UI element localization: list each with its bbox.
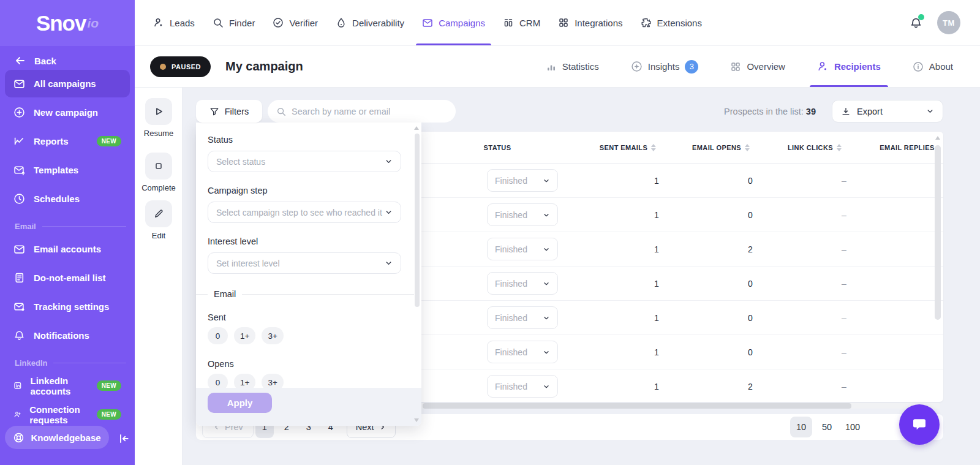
interest-level-filter-label: Interest level xyxy=(208,236,258,246)
sidebar-item-label: Email accounts xyxy=(34,244,101,254)
user-avatar[interactable]: TM xyxy=(937,11,960,34)
sidebar: Snov io Back All campaigns New campaign … xyxy=(0,0,135,465)
chevron-down-icon xyxy=(385,208,393,216)
notification-dot xyxy=(918,14,924,20)
sidebar-item-reports[interactable]: Reports NEW xyxy=(5,127,130,155)
sent-emails-value: 1 xyxy=(654,210,659,220)
filters-panel-scrollbar[interactable] xyxy=(415,134,420,307)
vertical-scrollbar[interactable] xyxy=(935,145,941,320)
edit-button[interactable] xyxy=(145,200,172,227)
nav-item-verifier[interactable]: Verifier xyxy=(273,0,318,45)
status-dropdown[interactable]: Finished xyxy=(487,203,558,226)
sidebar-item-email-accounts[interactable]: Email accounts xyxy=(5,235,130,263)
apply-filters-button[interactable]: Apply xyxy=(208,393,272,413)
column-header-email-opens: EMAIL OPENS xyxy=(692,144,750,151)
live-chat-button[interactable] xyxy=(899,404,940,445)
back-button[interactable]: Back xyxy=(0,46,135,69)
sent-emails-value: 1 xyxy=(654,347,659,357)
status-filter-select[interactable]: Select status xyxy=(208,151,401,172)
sidebar-item-do-not-email[interactable]: Do-not-email list xyxy=(5,264,130,292)
sidebar-item-notifications[interactable]: Notifications xyxy=(5,322,130,349)
nav-item-crm[interactable]: CRM xyxy=(503,0,540,45)
email-opens-value: 0 xyxy=(748,176,753,186)
link-clicks-value: – xyxy=(842,347,846,357)
campaign-status-badge[interactable]: PAUSED xyxy=(150,56,211,77)
status-dropdown[interactable]: Finished xyxy=(487,306,558,329)
sent-chip-1plus[interactable]: 1+ xyxy=(234,327,255,344)
notifications-bell-button[interactable] xyxy=(910,17,922,29)
arrow-left-icon xyxy=(15,55,26,66)
filters-button[interactable]: Filters xyxy=(196,100,262,123)
nav-label: CRM xyxy=(519,18,540,28)
tab-insights[interactable]: Insights 3 xyxy=(631,46,699,87)
sent-chip-0[interactable]: 0 xyxy=(208,327,228,344)
export-label: Export xyxy=(857,107,883,116)
column-header-sent-emails: SENT EMAILS xyxy=(600,144,656,151)
nav-item-leads[interactable]: Leads xyxy=(153,0,195,45)
collapse-icon xyxy=(118,433,130,445)
document-list-icon xyxy=(13,272,25,284)
status-dropdown[interactable]: Finished xyxy=(487,238,558,260)
sidebar-item-tracking-settings[interactable]: Tracking settings xyxy=(5,293,130,320)
campaign-step-filter-select[interactable]: Select campaign step to see who reached … xyxy=(208,202,401,223)
info-icon xyxy=(913,61,924,72)
status-dropdown[interactable]: Finished xyxy=(487,341,558,363)
tab-statistics[interactable]: Statistics xyxy=(546,46,599,87)
page-size-10[interactable]: 10 xyxy=(790,417,812,437)
interest-level-filter-select[interactable]: Set interest level xyxy=(208,252,401,274)
filters-panel: Status Select status Campaign step Selec… xyxy=(196,123,421,426)
play-icon xyxy=(153,105,165,118)
chevron-down-icon xyxy=(543,383,550,390)
sparkle-circle-icon xyxy=(631,61,643,72)
status-dropdown[interactable]: Finished xyxy=(487,375,558,398)
status-dropdown[interactable]: Finished xyxy=(487,169,558,192)
collapse-sidebar-button[interactable] xyxy=(118,433,130,445)
sent-filter-label: Sent xyxy=(208,312,226,322)
scroll-down-arrow[interactable] xyxy=(414,418,419,422)
sidebar-item-all-campaigns[interactable]: All campaigns xyxy=(5,70,130,97)
complete-button[interactable] xyxy=(145,153,172,180)
knowledgebase-button[interactable]: Knowledgebase xyxy=(5,426,109,449)
search-icon xyxy=(213,17,224,28)
snovio-logo[interactable]: Snov io xyxy=(0,0,135,46)
new-badge: NEW xyxy=(97,136,121,146)
knowledgebase-label: Knowledgebase xyxy=(31,433,100,443)
resume-button[interactable] xyxy=(145,98,172,125)
page-size-50[interactable]: 50 xyxy=(816,417,838,437)
nav-item-finder[interactable]: Finder xyxy=(213,0,255,45)
scroll-up-arrow[interactable] xyxy=(935,136,940,140)
sort-control[interactable] xyxy=(837,144,842,151)
horizontal-scrollbar[interactable] xyxy=(423,403,851,409)
sidebar-item-connection-requests[interactable]: Connection requests NEW xyxy=(5,401,130,428)
search-input[interactable] xyxy=(292,107,447,116)
sidebar-item-label: Templates xyxy=(34,165,78,175)
nav-item-campaigns[interactable]: Campaigns xyxy=(422,0,485,45)
edit-action: Edit xyxy=(135,200,183,240)
sent-chip-3plus[interactable]: 3+ xyxy=(262,327,283,344)
sidebar-item-linkedin-accounts[interactable]: LinkedIn accounts NEW xyxy=(5,372,130,399)
sort-control[interactable] xyxy=(745,144,750,151)
sidebar-item-templates[interactable]: Templates xyxy=(5,156,130,184)
lifebuoy-icon xyxy=(13,432,24,444)
sort-control[interactable] xyxy=(651,144,656,151)
brand-suffix: io xyxy=(87,16,99,31)
sidebar-item-new-campaign[interactable]: New campaign xyxy=(5,99,130,126)
droplet-icon xyxy=(336,17,347,28)
status-dropdown[interactable]: Finished xyxy=(487,272,558,295)
page-size-100[interactable]: 100 xyxy=(842,417,864,437)
puzzle-icon xyxy=(641,17,652,28)
search-icon xyxy=(276,107,286,116)
tab-recipients[interactable]: Recipients xyxy=(817,46,881,87)
status-label: PAUSED xyxy=(172,63,201,70)
scroll-up-arrow[interactable] xyxy=(414,126,419,130)
nav-item-deliverability[interactable]: Deliverability xyxy=(336,0,404,45)
export-button[interactable]: Export xyxy=(832,100,943,123)
tab-overview[interactable]: Overview xyxy=(730,46,785,87)
sidebar-item-schedules[interactable]: Schedules xyxy=(5,185,130,213)
nav-item-extensions[interactable]: Extensions xyxy=(641,0,702,45)
campaign-action-rail: Resume Complete Edit xyxy=(135,88,183,465)
tab-about[interactable]: About xyxy=(913,46,953,87)
nav-item-integrations[interactable]: Integrations xyxy=(558,0,622,45)
bar-chart-icon xyxy=(546,61,557,72)
tab-label: About xyxy=(929,61,953,72)
